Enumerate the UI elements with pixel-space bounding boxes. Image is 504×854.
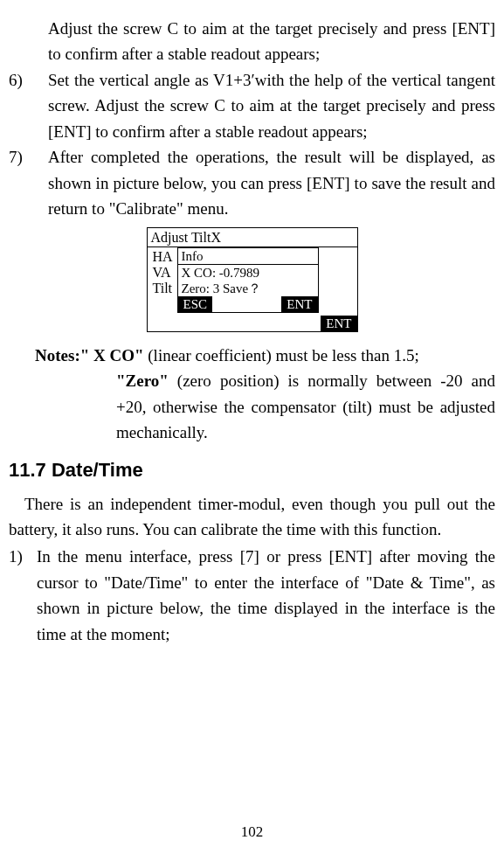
section-heading-11-7: 11.7 Date/Time bbox=[9, 455, 495, 485]
popup-title: Info bbox=[178, 248, 318, 265]
notes-xco-text: (linear coefficient) must be less than 1… bbox=[144, 346, 419, 365]
datetime-step1-number: 1) bbox=[9, 544, 37, 647]
notes-zero: "Zero" (zero position) is normally betwe… bbox=[116, 368, 495, 445]
popup-line-zero: Zero: 3 Save？ bbox=[178, 281, 318, 296]
popup-ent-button[interactable]: ENT bbox=[281, 296, 317, 312]
step6-number: 6) bbox=[9, 67, 48, 144]
datetime-step1: 1) In the menu interface, press [7] or p… bbox=[9, 544, 495, 647]
popup-esc-button[interactable]: ESC bbox=[178, 296, 213, 312]
notes-xco-label: " X CO" bbox=[80, 346, 144, 365]
section-intro: There is an independent timer-modul, eve… bbox=[9, 491, 495, 543]
device-popup: Info X CO: -0.7989 Zero: 3 Save？ ESC ENT bbox=[177, 247, 319, 313]
device-figure: Adjust TiltX HA VA Tilt Info X CO: -0.79… bbox=[9, 227, 495, 332]
step5-continuation: Adjust the screw C to aim at the target … bbox=[48, 16, 495, 67]
device-body: HA VA Tilt Info X CO: -0.7989 Zero: 3 Sa… bbox=[148, 247, 357, 331]
popup-line-xco: X CO: -0.7989 bbox=[178, 265, 318, 281]
notes-block: Notes: " X CO" (linear coefficient) must… bbox=[35, 343, 495, 446]
page-number: 102 bbox=[0, 821, 504, 844]
device-title: Adjust TiltX bbox=[148, 228, 357, 247]
device-screen: Adjust TiltX HA VA Tilt Info X CO: -0.79… bbox=[147, 227, 358, 332]
step7-text: After completed the operations, the resu… bbox=[48, 144, 495, 221]
notes-zero-label: "Zero" bbox=[116, 371, 169, 390]
step6: 6) Set the vertical angle as V1+3′with t… bbox=[9, 67, 495, 144]
page: Adjust the screw C to aim at the target … bbox=[0, 0, 504, 854]
step7: 7) After completed the operations, the r… bbox=[9, 144, 495, 221]
notes-zero-text: (zero position) is normally between -20 … bbox=[116, 371, 495, 441]
step6-text: Set the vertical angle as V1+3′with the … bbox=[48, 67, 495, 144]
datetime-step1-text: In the menu interface, press [7] or pres… bbox=[37, 544, 495, 647]
step7-number: 7) bbox=[9, 144, 48, 221]
notes-xco: " X CO" (linear coefficient) must be les… bbox=[80, 343, 419, 368]
notes-label: Notes: bbox=[35, 343, 80, 368]
device-ent-button[interactable]: ENT bbox=[321, 316, 356, 331]
